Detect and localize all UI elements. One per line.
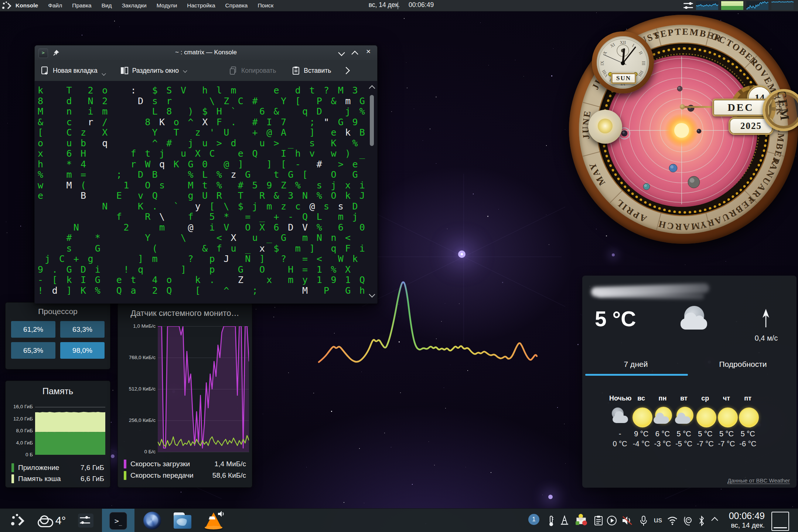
analog-clock: XIIIIIIIIIIIIVVIVIIVIIIIXXXI SUN xyxy=(592,31,654,93)
taskbar-weather-applet[interactable]: 4° xyxy=(33,511,69,530)
scrollbar-thumb[interactable] xyxy=(370,95,374,146)
legend-label: Память кэша xyxy=(18,475,61,483)
paste-button[interactable]: Вставить xyxy=(291,66,331,75)
panel-network-graph[interactable] xyxy=(746,1,768,10)
reminder-icon[interactable] xyxy=(575,514,587,526)
svg-text:XII: XII xyxy=(620,40,626,45)
scrollbar[interactable] xyxy=(369,85,375,299)
minimize-button[interactable] xyxy=(339,50,346,56)
menu-item-7[interactable]: Настройка xyxy=(187,2,215,9)
matrix-row: M n i m L 8 ) $ H ` 6 & q D j % xyxy=(38,106,366,117)
legend-row: Скорость загрузки1,4 МиБ/с xyxy=(124,459,246,469)
panel-time[interactable]: 00:06:49 xyxy=(409,1,434,9)
menu-item-2[interactable]: Файл xyxy=(48,2,62,9)
taskbar-dolphin-button[interactable] xyxy=(172,511,193,530)
volume-muted-icon[interactable] xyxy=(621,515,633,526)
tray-date: вс, 14 дек. xyxy=(729,521,765,529)
cpu-monitor-widget[interactable]: Процессор 61,2%63,3%65,3%98,0% xyxy=(5,302,110,369)
axis-label: 0 Б/с xyxy=(119,449,156,454)
menu-item-5[interactable]: Закладки xyxy=(122,2,147,9)
tab-7-days[interactable]: 7 дней xyxy=(582,360,689,369)
toolbar-overflow-button[interactable] xyxy=(344,68,349,73)
notification-badge[interactable]: 1 xyxy=(528,514,539,525)
matrix-row: ! d ] K % Q a 2 Q [ ^ ; M P G h xyxy=(38,286,366,296)
menu-item-8[interactable]: Справка xyxy=(225,2,248,9)
legend-swatch xyxy=(124,471,126,480)
show-desktop-button[interactable] xyxy=(771,512,789,531)
matrix-row: e B E v Q g U R T R & 3 N % O k J xyxy=(38,191,366,201)
matrix-row: s G ( & f u _ x $ m ] q F i xyxy=(38,243,366,254)
keyboard-layout-indicator[interactable]: us xyxy=(654,515,662,524)
axis-label: 768,0 КиБ/с xyxy=(119,355,156,360)
panel-date[interactable]: вс, 14 дек. xyxy=(369,1,400,9)
axis-label: 1,0 МиБ/с xyxy=(119,323,156,329)
panel-disk-graph[interactable] xyxy=(771,1,794,10)
terminal-screen[interactable]: k T 2 o : $ S V h l m e d t ? M 38 d N 2… xyxy=(35,81,377,303)
svg-text:XI: XI xyxy=(609,42,616,48)
new-tab-button[interactable]: Новая вкладка xyxy=(41,66,105,75)
menu-item-3[interactable]: Правка xyxy=(72,2,91,9)
scroll-down-icon[interactable] xyxy=(369,291,375,298)
forecast-low-temp: -6 °C xyxy=(737,440,758,448)
media-player-icon[interactable] xyxy=(607,515,617,526)
volume-overlay-icon xyxy=(217,510,225,518)
axis-label: 16,0 ГиБ xyxy=(8,404,33,409)
split-window-button[interactable]: Разделить окно xyxy=(120,66,187,75)
tray-clock[interactable]: 00:06:49 вс, 14 дек. xyxy=(729,511,765,529)
app-launcher-button[interactable] xyxy=(10,511,26,530)
night-light-icon[interactable] xyxy=(683,515,693,526)
month-pointer xyxy=(683,106,713,108)
menu-item-6[interactable]: Модули xyxy=(157,2,177,9)
app-menu-icon[interactable] xyxy=(2,1,12,10)
forecast-day-вт: вт5 °C-5 °C xyxy=(673,395,695,448)
matrix-row: f R \ f 5 * = _ + - Q L m j xyxy=(38,212,359,222)
sun-cloud-icon xyxy=(653,407,672,426)
microphone-icon[interactable] xyxy=(639,515,648,526)
tab-details[interactable]: Подробности xyxy=(689,360,797,369)
maximize-button[interactable] xyxy=(352,51,359,57)
copy-button[interactable]: Копировать xyxy=(229,66,276,75)
thermometer-icon[interactable] xyxy=(548,515,554,526)
forecast-high-temp: - xyxy=(609,430,631,438)
taskbar: 4° >_ xyxy=(0,508,798,532)
menu-item-1[interactable]: Konsole xyxy=(16,2,38,9)
vlc-tray-icon[interactable] xyxy=(559,515,570,526)
clipboard-icon[interactable] xyxy=(594,515,603,526)
close-button[interactable]: × xyxy=(366,49,373,55)
panel-cpu-graph[interactable] xyxy=(696,1,718,10)
panel-memory-graph[interactable] xyxy=(721,1,743,10)
split-window-caret xyxy=(183,68,187,72)
brass-knob xyxy=(588,110,622,144)
forecast-day-чт: чт5 °C-7 °C xyxy=(716,395,737,448)
legend-value: 7,6 ГиБ xyxy=(81,464,104,472)
orrery-clock-widget[interactable]: DECEMBERJANUARYFEBRUARYMARCHAPRILMAYJUNE… xyxy=(569,13,798,246)
menu-item-9[interactable]: Поиск xyxy=(258,2,273,9)
audio-sliders-icon[interactable] xyxy=(683,1,693,10)
forecast-day-label: ср xyxy=(695,395,716,402)
taskbar-vlc-button[interactable] xyxy=(202,511,225,530)
wifi-icon[interactable] xyxy=(666,515,678,526)
weather-credit-link[interactable]: Данные от BBC Weather xyxy=(727,477,790,484)
forecast-high-temp: 5 °C xyxy=(673,430,695,438)
matrix-row: k T 2 o : $ S V h l m e d t ? M 3 xyxy=(38,85,359,96)
clock-hands: XIIIIIIIIIIIIVVIVIIVIIIIXXXI xyxy=(592,31,654,93)
taskbar-sliders-button[interactable] xyxy=(75,511,96,530)
menu-item-4[interactable]: Вид xyxy=(102,2,112,9)
forecast-day-пт: пт5 °C-6 °C xyxy=(737,395,758,448)
tray-expand-icon[interactable] xyxy=(712,518,718,524)
cpu-widget-title: Процессор xyxy=(6,307,110,316)
forecast-day-Ночью: Ночью-0 °C xyxy=(609,395,631,448)
bluetooth-icon[interactable] xyxy=(698,515,705,526)
taskbar-konsole-active[interactable]: >_ xyxy=(102,509,134,532)
forecast-low-temp: -7 °C xyxy=(716,440,737,448)
matrix-row: # * Y \ < X u _ G m N n < xyxy=(38,233,352,243)
cpu-core-usage-3: 65,3% xyxy=(11,342,55,359)
taskbar-browser-button[interactable] xyxy=(142,511,163,530)
network-monitor-widget[interactable]: Датчик системного монито… 1,0 МиБ/с768,0… xyxy=(117,303,252,488)
legend-label: Скорость передачи xyxy=(130,471,194,480)
window-titlebar[interactable]: > ~ : cmatrix — Konsole × xyxy=(35,45,377,60)
scroll-up-icon[interactable] xyxy=(369,85,375,92)
memory-monitor-widget[interactable]: Память 16,0 ГиБ12,0 ГиБ8,0 ГиБ4,0 ГиБ0 Б… xyxy=(5,381,110,488)
forecast-day-пн: пн6 °C-3 °C xyxy=(652,395,673,448)
weather-widget[interactable]: 5 °C 0,4 м/с 7 дней Подробности Ночью-0 … xyxy=(582,276,797,488)
